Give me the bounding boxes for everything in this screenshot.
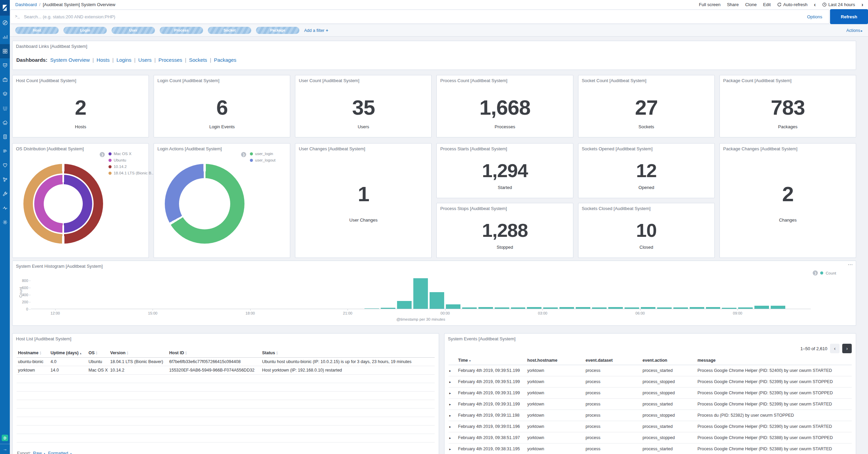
- expand-row-button[interactable]: ▸: [449, 443, 457, 454]
- export-formatted-link[interactable]: Formatted ▲: [48, 451, 73, 454]
- sidebar-item-graph[interactable]: [0, 172, 10, 187]
- time-back-button[interactable]: ‹: [814, 2, 816, 7]
- histogram-bar[interactable]: [706, 307, 721, 309]
- expand-row-button[interactable]: ▸: [449, 432, 457, 443]
- column-header-uptime-days[interactable]: Uptime (days)▴: [49, 348, 87, 358]
- column-header-event-dataset[interactable]: event.dataset: [584, 356, 641, 365]
- sidebar-item-dev-tools[interactable]: [0, 187, 10, 201]
- dashboard-link-sockets[interactable]: Sockets: [189, 57, 207, 63]
- histogram-bar[interactable]: [625, 307, 639, 309]
- legend-toggle-icon[interactable]: ❯: [813, 270, 818, 276]
- histogram-bar[interactable]: [478, 307, 493, 309]
- filter-pill-user[interactable]: User: [112, 27, 155, 34]
- column-header-version[interactable]: Version▴▾: [109, 348, 168, 358]
- filter-pill-package[interactable]: Package: [256, 27, 299, 34]
- host-row-ubuntu-bionic[interactable]: ubuntu-bionic4.0Ubuntu18.04.1 LTS (Bioni…: [17, 358, 435, 366]
- dashboard-link-system-overview[interactable]: System Overview: [50, 57, 90, 63]
- dashboard-link-users[interactable]: Users: [138, 57, 152, 63]
- histogram-bar[interactable]: [690, 307, 704, 309]
- os-distribution-donut[interactable]: [23, 164, 103, 244]
- breadcrumb-dashboard-link[interactable]: Dashboard: [15, 2, 37, 7]
- pagination-next-button[interactable]: ›: [842, 344, 852, 353]
- sidebar-item-discover[interactable]: [0, 16, 10, 30]
- sidebar-item-infrastructure[interactable]: [0, 115, 10, 130]
- legend-label-count[interactable]: Count: [826, 271, 836, 275]
- legend-toggle-icon[interactable]: ❯: [100, 152, 105, 157]
- histogram-bar[interactable]: [608, 307, 623, 309]
- legend-item-10-14-2[interactable]: 10.14.2: [108, 165, 146, 169]
- column-header-host-id[interactable]: Host ID▴▾: [168, 348, 261, 358]
- refresh-button[interactable]: Refresh: [830, 9, 868, 24]
- sidebar-item-visualize[interactable]: [0, 30, 10, 44]
- sidebar-item-management[interactable]: [0, 215, 10, 229]
- histogram-bar[interactable]: [754, 306, 769, 309]
- column-header-time[interactable]: Time▾: [457, 356, 526, 365]
- histogram-bar[interactable]: [673, 307, 688, 309]
- sidebar-item-uptime[interactable]: [0, 158, 10, 172]
- column-header-hostname[interactable]: Hostname▴▾: [17, 348, 49, 358]
- histogram-bar[interactable]: [446, 304, 460, 309]
- actions-link[interactable]: Actions▸: [846, 28, 863, 33]
- dashboard-link-packages[interactable]: Packages: [214, 57, 236, 63]
- filter-pill-host[interactable]: Host: [15, 27, 59, 34]
- dashboard-link-logins[interactable]: Logins: [116, 57, 131, 63]
- histogram-bar[interactable]: [657, 307, 672, 309]
- add-filter-link[interactable]: Add a filter+: [304, 28, 328, 33]
- histogram-bar[interactable]: [527, 307, 541, 309]
- panel-menu-icon[interactable]: ⋯: [848, 262, 853, 268]
- histogram-bar[interactable]: [511, 307, 526, 309]
- legend-toggle-icon[interactable]: ❯: [241, 152, 246, 157]
- options-link[interactable]: Options: [805, 14, 824, 19]
- histogram-bar[interactable]: [576, 307, 590, 309]
- column-header-status[interactable]: Status▴▾: [261, 348, 435, 358]
- menu-clone[interactable]: Clone: [745, 2, 757, 7]
- histogram-bar[interactable]: [381, 308, 395, 309]
- expand-row-button[interactable]: ▸: [449, 365, 457, 376]
- expand-row-button[interactable]: ▸: [449, 399, 457, 410]
- menu-share[interactable]: Share: [727, 2, 739, 7]
- histogram-bar[interactable]: [722, 308, 736, 309]
- histogram-bar[interactable]: [543, 307, 558, 309]
- time-forward-button[interactable]: ›: [862, 2, 863, 7]
- sidebar-item-dashboard[interactable]: [0, 44, 10, 58]
- histogram-bar[interactable]: [462, 307, 477, 309]
- menu-full-screen[interactable]: Full screen: [699, 2, 721, 7]
- kibana-logo[interactable]: [0, 0, 10, 16]
- legend-item-user-login[interactable]: user_login: [250, 152, 288, 156]
- filter-pill-socket[interactable]: Socket: [208, 27, 251, 34]
- histogram-bar[interactable]: [592, 307, 607, 309]
- legend-item-mac-os-x[interactable]: Mac OS X: [108, 152, 146, 156]
- sidebar-expand-button[interactable]: →: [0, 444, 10, 454]
- expand-row-button[interactable]: ▸: [449, 421, 457, 432]
- column-header-event-action[interactable]: event.action: [641, 356, 696, 365]
- histogram-bar[interactable]: [495, 307, 509, 309]
- menu-edit[interactable]: Edit: [763, 2, 771, 7]
- os-name-ring[interactable]: [34, 175, 92, 233]
- sidebar-item-canvas[interactable]: [0, 73, 10, 87]
- filter-pill-process[interactable]: Process: [160, 27, 203, 34]
- login-actions-donut[interactable]: [165, 164, 244, 244]
- histogram-bar[interactable]: [771, 306, 785, 309]
- histogram-bar[interactable]: [397, 301, 412, 309]
- time-range-button[interactable]: Last 24 hours: [822, 2, 855, 7]
- os-version-ring[interactable]: [23, 164, 103, 244]
- dashboard-link-processes[interactable]: Processes: [158, 57, 182, 63]
- filter-pill-login[interactable]: Login: [63, 27, 107, 34]
- host-row-yorktown[interactable]: yorktown14.0Mac OS X10.14.2155320EF-9AB6…: [17, 366, 435, 375]
- legend-item-user-logout[interactable]: user_logout: [250, 158, 288, 162]
- sidebar-item-maps[interactable]: [0, 87, 10, 101]
- legend-item-ubuntu[interactable]: Ubuntu: [108, 158, 146, 162]
- space-badge[interactable]: D: [2, 435, 8, 441]
- histogram-bar[interactable]: [738, 307, 753, 309]
- histogram-bar[interactable]: [430, 292, 444, 309]
- legend-item-18-04-1-lts-bionic-b[interactable]: 18.04.1 LTS (Bionic B...: [108, 171, 146, 175]
- auto-refresh-button[interactable]: Auto-refresh: [777, 2, 808, 7]
- expand-row-button[interactable]: ▸: [449, 387, 457, 399]
- expand-row-button[interactable]: ▸: [449, 376, 457, 387]
- sidebar-item-machine-learning[interactable]: [0, 101, 10, 115]
- column-header-os[interactable]: OS▴▾: [87, 348, 109, 358]
- search-input[interactable]: [24, 14, 805, 19]
- sidebar-item-timelion[interactable]: [0, 58, 10, 73]
- histogram-bar[interactable]: [559, 307, 574, 309]
- sidebar-item-logs[interactable]: [0, 130, 10, 144]
